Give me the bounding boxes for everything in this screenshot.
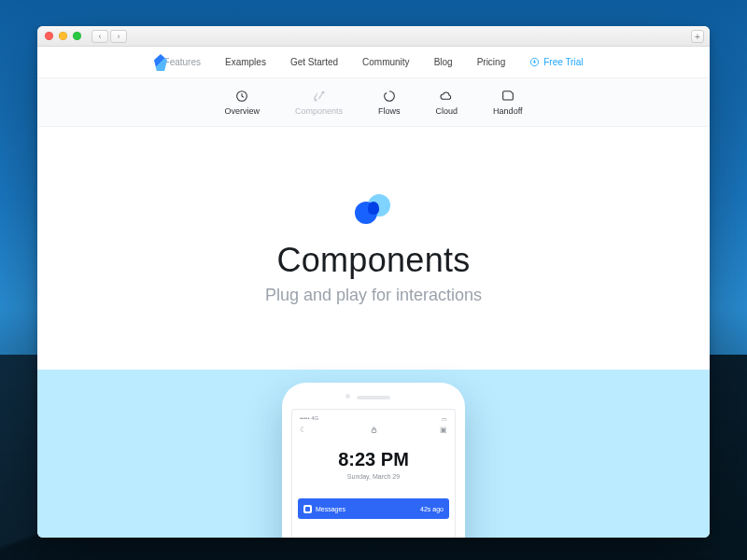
nav-blog[interactable]: Blog — [434, 57, 453, 67]
components-icon — [312, 89, 327, 104]
browser-nav-buttons: ‹ › — [92, 30, 127, 43]
subnav-components[interactable]: Components — [295, 89, 343, 116]
battery-icon: ▭ — [442, 415, 447, 422]
close-window-button[interactable] — [45, 32, 53, 40]
subnav-handoff-label: Handoff — [493, 106, 522, 116]
subnav-components-label: Components — [295, 106, 343, 116]
camera-icon: ▣ — [438, 426, 447, 434]
phone-status-bar: ••••• 4G ▭ — [298, 415, 449, 426]
nav-community[interactable]: Community — [362, 57, 410, 67]
window-titlebar: ‹ › + — [37, 26, 710, 47]
browser-window: ‹ › + Features Examples Get Started Comm… — [37, 26, 710, 538]
notification-card[interactable]: Messages 42s ago — [298, 498, 449, 519]
handoff-icon — [500, 89, 515, 104]
dnd-icon: ☾ — [300, 426, 309, 434]
secondary-nav: Overview Components Flows Cloud Handoff — [37, 78, 710, 127]
showcase-strip: ••••• 4G ▭ ☾ ▣ 8:23 PM Sunday, March 29 … — [37, 370, 710, 538]
primary-nav: Features Examples Get Started Community … — [37, 47, 710, 78]
svg-rect-4 — [372, 429, 376, 432]
nav-examples[interactable]: Examples — [225, 57, 266, 67]
phone-mockup: ••••• 4G ▭ ☾ ▣ 8:23 PM Sunday, March 29 … — [282, 383, 465, 538]
nav-pricing[interactable]: Pricing — [477, 57, 506, 67]
lock-icon — [370, 426, 378, 434]
download-icon — [529, 57, 540, 67]
subnav-cloud[interactable]: Cloud — [436, 89, 458, 116]
new-tab-button[interactable]: + — [691, 30, 704, 43]
date-label: Sunday, March 29 — [298, 473, 449, 480]
subnav-flows-label: Flows — [378, 106, 401, 116]
subnav-handoff[interactable]: Handoff — [493, 89, 522, 116]
minimize-window-button[interactable] — [59, 32, 67, 40]
hero-section: Components Plug and play for interaction… — [37, 127, 710, 370]
nav-features[interactable]: Features — [164, 57, 201, 67]
page-title: Components — [276, 241, 470, 280]
phone-screen: ••••• 4G ▭ ☾ ▣ 8:23 PM Sunday, March 29 … — [291, 409, 456, 538]
subnav-flows[interactable]: Flows — [378, 89, 401, 116]
notification-time-label: 42s ago — [420, 506, 444, 512]
window-controls — [45, 32, 81, 40]
components-logo-icon — [353, 192, 394, 233]
lock-row: ☾ ▣ — [298, 426, 449, 434]
subnav-cloud-label: Cloud — [436, 106, 458, 116]
subnav-overview[interactable]: Overview — [225, 89, 261, 116]
subnav-overview-label: Overview — [225, 106, 261, 116]
svg-point-3 — [322, 91, 324, 93]
lockscreen-time: 8:23 PM Sunday, March 29 — [298, 449, 449, 480]
nav-free-trial[interactable]: Free Trial — [529, 57, 583, 67]
flows-icon — [382, 89, 397, 104]
zoom-window-button[interactable] — [73, 32, 81, 40]
signal-label: ••••• 4G — [300, 415, 318, 422]
notification-app-label: Messages — [316, 506, 345, 512]
back-button[interactable]: ‹ — [92, 30, 108, 43]
forward-button[interactable]: › — [110, 30, 127, 43]
page-subtitle: Plug and play for interactions — [265, 286, 482, 305]
messages-app-icon — [303, 505, 312, 513]
cloud-icon — [439, 89, 454, 104]
time-label: 8:23 PM — [298, 449, 449, 470]
svg-point-2 — [315, 99, 317, 101]
free-trial-label: Free Trial — [543, 57, 583, 67]
overview-icon — [234, 89, 249, 104]
nav-get-started[interactable]: Get Started — [290, 57, 338, 67]
